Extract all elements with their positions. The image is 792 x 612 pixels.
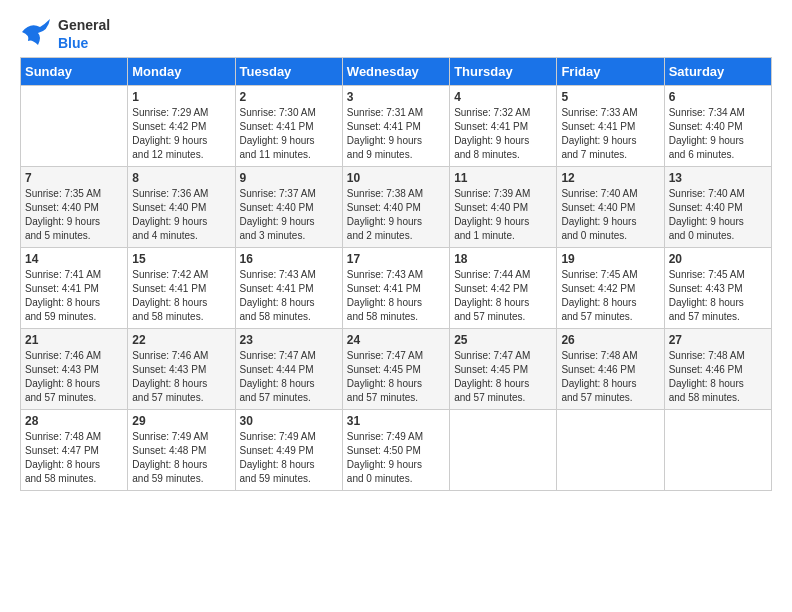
day-info: Sunrise: 7:39 AM Sunset: 4:40 PM Dayligh… [454, 187, 552, 243]
logo-blue-text: Blue [58, 35, 88, 51]
calendar-week-row: 21Sunrise: 7:46 AM Sunset: 4:43 PM Dayli… [21, 328, 772, 409]
day-number: 6 [669, 90, 767, 104]
calendar-cell: 5Sunrise: 7:33 AM Sunset: 4:41 PM Daylig… [557, 85, 664, 166]
day-header-wednesday: Wednesday [342, 57, 449, 85]
calendar-cell [664, 409, 771, 490]
day-number: 7 [25, 171, 123, 185]
day-info: Sunrise: 7:49 AM Sunset: 4:48 PM Dayligh… [132, 430, 230, 486]
day-number: 12 [561, 171, 659, 185]
day-info: Sunrise: 7:43 AM Sunset: 4:41 PM Dayligh… [347, 268, 445, 324]
calendar-cell: 20Sunrise: 7:45 AM Sunset: 4:43 PM Dayli… [664, 247, 771, 328]
calendar-cell: 24Sunrise: 7:47 AM Sunset: 4:45 PM Dayli… [342, 328, 449, 409]
calendar-week-row: 28Sunrise: 7:48 AM Sunset: 4:47 PM Dayli… [21, 409, 772, 490]
day-number: 18 [454, 252, 552, 266]
day-info: Sunrise: 7:36 AM Sunset: 4:40 PM Dayligh… [132, 187, 230, 243]
day-number: 29 [132, 414, 230, 428]
calendar-cell: 23Sunrise: 7:47 AM Sunset: 4:44 PM Dayli… [235, 328, 342, 409]
day-info: Sunrise: 7:46 AM Sunset: 4:43 PM Dayligh… [25, 349, 123, 405]
day-info: Sunrise: 7:48 AM Sunset: 4:47 PM Dayligh… [25, 430, 123, 486]
calendar-cell: 18Sunrise: 7:44 AM Sunset: 4:42 PM Dayli… [450, 247, 557, 328]
calendar-cell: 19Sunrise: 7:45 AM Sunset: 4:42 PM Dayli… [557, 247, 664, 328]
day-number: 22 [132, 333, 230, 347]
day-number: 13 [669, 171, 767, 185]
day-info: Sunrise: 7:48 AM Sunset: 4:46 PM Dayligh… [561, 349, 659, 405]
day-number: 17 [347, 252, 445, 266]
day-info: Sunrise: 7:49 AM Sunset: 4:50 PM Dayligh… [347, 430, 445, 486]
day-number: 25 [454, 333, 552, 347]
logo: General Blue [20, 16, 110, 53]
calendar-week-row: 14Sunrise: 7:41 AM Sunset: 4:41 PM Dayli… [21, 247, 772, 328]
day-info: Sunrise: 7:40 AM Sunset: 4:40 PM Dayligh… [561, 187, 659, 243]
day-number: 4 [454, 90, 552, 104]
day-info: Sunrise: 7:34 AM Sunset: 4:40 PM Dayligh… [669, 106, 767, 162]
calendar-cell [21, 85, 128, 166]
day-number: 24 [347, 333, 445, 347]
logo-bird-icon [20, 17, 50, 47]
day-number: 21 [25, 333, 123, 347]
calendar-cell: 16Sunrise: 7:43 AM Sunset: 4:41 PM Dayli… [235, 247, 342, 328]
calendar-cell: 31Sunrise: 7:49 AM Sunset: 4:50 PM Dayli… [342, 409, 449, 490]
day-info: Sunrise: 7:47 AM Sunset: 4:45 PM Dayligh… [454, 349, 552, 405]
calendar-cell: 3Sunrise: 7:31 AM Sunset: 4:41 PM Daylig… [342, 85, 449, 166]
logo-general-text: General [58, 17, 110, 33]
day-info: Sunrise: 7:42 AM Sunset: 4:41 PM Dayligh… [132, 268, 230, 324]
day-header-tuesday: Tuesday [235, 57, 342, 85]
calendar-cell: 6Sunrise: 7:34 AM Sunset: 4:40 PM Daylig… [664, 85, 771, 166]
day-number: 28 [25, 414, 123, 428]
day-info: Sunrise: 7:44 AM Sunset: 4:42 PM Dayligh… [454, 268, 552, 324]
day-number: 9 [240, 171, 338, 185]
day-info: Sunrise: 7:43 AM Sunset: 4:41 PM Dayligh… [240, 268, 338, 324]
calendar-week-row: 7Sunrise: 7:35 AM Sunset: 4:40 PM Daylig… [21, 166, 772, 247]
day-info: Sunrise: 7:47 AM Sunset: 4:45 PM Dayligh… [347, 349, 445, 405]
calendar-cell: 28Sunrise: 7:48 AM Sunset: 4:47 PM Dayli… [21, 409, 128, 490]
day-number: 26 [561, 333, 659, 347]
calendar-cell: 26Sunrise: 7:48 AM Sunset: 4:46 PM Dayli… [557, 328, 664, 409]
calendar-cell: 17Sunrise: 7:43 AM Sunset: 4:41 PM Dayli… [342, 247, 449, 328]
day-info: Sunrise: 7:30 AM Sunset: 4:41 PM Dayligh… [240, 106, 338, 162]
calendar-cell: 30Sunrise: 7:49 AM Sunset: 4:49 PM Dayli… [235, 409, 342, 490]
day-header-sunday: Sunday [21, 57, 128, 85]
day-info: Sunrise: 7:41 AM Sunset: 4:41 PM Dayligh… [25, 268, 123, 324]
calendar-cell: 1Sunrise: 7:29 AM Sunset: 4:42 PM Daylig… [128, 85, 235, 166]
day-info: Sunrise: 7:45 AM Sunset: 4:43 PM Dayligh… [669, 268, 767, 324]
calendar-cell: 27Sunrise: 7:48 AM Sunset: 4:46 PM Dayli… [664, 328, 771, 409]
day-header-thursday: Thursday [450, 57, 557, 85]
day-info: Sunrise: 7:46 AM Sunset: 4:43 PM Dayligh… [132, 349, 230, 405]
calendar-cell: 13Sunrise: 7:40 AM Sunset: 4:40 PM Dayli… [664, 166, 771, 247]
calendar-cell: 7Sunrise: 7:35 AM Sunset: 4:40 PM Daylig… [21, 166, 128, 247]
day-number: 1 [132, 90, 230, 104]
day-info: Sunrise: 7:48 AM Sunset: 4:46 PM Dayligh… [669, 349, 767, 405]
day-number: 19 [561, 252, 659, 266]
calendar-week-row: 1Sunrise: 7:29 AM Sunset: 4:42 PM Daylig… [21, 85, 772, 166]
day-info: Sunrise: 7:35 AM Sunset: 4:40 PM Dayligh… [25, 187, 123, 243]
day-number: 11 [454, 171, 552, 185]
day-number: 3 [347, 90, 445, 104]
day-info: Sunrise: 7:33 AM Sunset: 4:41 PM Dayligh… [561, 106, 659, 162]
day-number: 10 [347, 171, 445, 185]
calendar-cell: 25Sunrise: 7:47 AM Sunset: 4:45 PM Dayli… [450, 328, 557, 409]
day-info: Sunrise: 7:29 AM Sunset: 4:42 PM Dayligh… [132, 106, 230, 162]
calendar-cell: 22Sunrise: 7:46 AM Sunset: 4:43 PM Dayli… [128, 328, 235, 409]
day-number: 20 [669, 252, 767, 266]
calendar-table: SundayMondayTuesdayWednesdayThursdayFrid… [20, 57, 772, 491]
day-number: 14 [25, 252, 123, 266]
day-number: 5 [561, 90, 659, 104]
calendar-header-row: SundayMondayTuesdayWednesdayThursdayFrid… [21, 57, 772, 85]
day-header-friday: Friday [557, 57, 664, 85]
calendar-cell [450, 409, 557, 490]
calendar-cell: 29Sunrise: 7:49 AM Sunset: 4:48 PM Dayli… [128, 409, 235, 490]
day-info: Sunrise: 7:45 AM Sunset: 4:42 PM Dayligh… [561, 268, 659, 324]
day-number: 8 [132, 171, 230, 185]
header: General Blue [20, 16, 772, 53]
day-info: Sunrise: 7:49 AM Sunset: 4:49 PM Dayligh… [240, 430, 338, 486]
day-header-monday: Monday [128, 57, 235, 85]
calendar-cell: 15Sunrise: 7:42 AM Sunset: 4:41 PM Dayli… [128, 247, 235, 328]
day-number: 23 [240, 333, 338, 347]
day-number: 31 [347, 414, 445, 428]
day-info: Sunrise: 7:37 AM Sunset: 4:40 PM Dayligh… [240, 187, 338, 243]
calendar-cell [557, 409, 664, 490]
calendar-cell: 21Sunrise: 7:46 AM Sunset: 4:43 PM Dayli… [21, 328, 128, 409]
day-number: 2 [240, 90, 338, 104]
calendar-cell: 4Sunrise: 7:32 AM Sunset: 4:41 PM Daylig… [450, 85, 557, 166]
day-info: Sunrise: 7:32 AM Sunset: 4:41 PM Dayligh… [454, 106, 552, 162]
